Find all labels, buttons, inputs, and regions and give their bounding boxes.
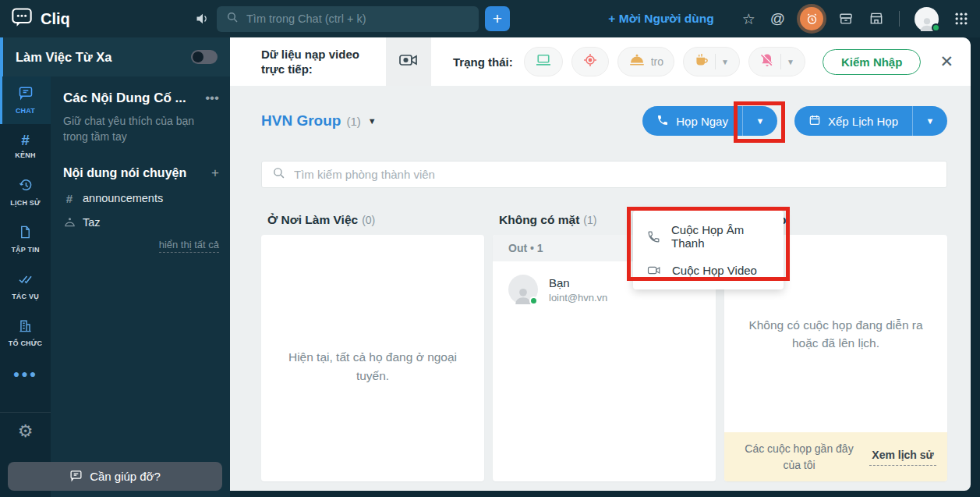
video-camera-icon: [398, 51, 419, 72]
channel-item-announcements[interactable]: # announcements: [63, 192, 219, 205]
search-icon: [272, 166, 285, 183]
meet-now-label: Họp Ngay: [676, 115, 728, 128]
member-search-input[interactable]: [294, 168, 936, 181]
pill-divider: [715, 54, 716, 69]
sidebar-item-chat[interactable]: CHAT: [0, 76, 51, 124]
sidebar-panel: Các Nội Dung Cố ... ••• Giữ chat yêu thí…: [51, 76, 230, 251]
user-avatar[interactable]: [915, 7, 939, 31]
food-cloche-icon: [628, 53, 646, 70]
settings-gear-icon[interactable]: ⚙: [0, 421, 51, 442]
apps-grid-icon[interactable]: [953, 11, 969, 27]
status-pill-available[interactable]: [524, 47, 563, 76]
member-search[interactable]: [261, 161, 947, 188]
meet-now-button[interactable]: Họp Ngay ▼: [642, 106, 777, 136]
rail-divider: [0, 412, 51, 413]
bot-item-taz[interactable]: Taz: [63, 216, 219, 229]
sidebar-more-icon[interactable]: ●●●: [0, 357, 51, 391]
recent-meetings-label: Các cuộc họp gần đây của tôi: [735, 441, 863, 473]
sidebar-item-tasks[interactable]: TÁC VỤ: [0, 263, 51, 310]
archive-icon[interactable]: [838, 11, 854, 27]
schedule-dropdown-arrow[interactable]: ▼: [913, 106, 947, 136]
marketplace-icon[interactable]: [869, 11, 884, 27]
schedule-meeting-label: Xếp Lịch Họp: [828, 115, 898, 128]
meet-now-dropdown-menu: Cuộc Họp Âm Thanh Cuộc Họp Video: [633, 211, 784, 289]
search-icon: [226, 11, 239, 27]
menu-item-label: Cuộc Họp Video: [672, 264, 757, 277]
sidebar-item-channels[interactable]: # KÊNH: [0, 124, 51, 169]
speaker-icon[interactable]: [195, 11, 211, 27]
sidebar: CHAT # KÊNH LỊCH SỬ TẬP TIN: [0, 76, 230, 497]
bell-slash-icon: [759, 52, 775, 71]
pinned-description: Giữ chat yêu thích của bạn trong tầm tay: [63, 113, 219, 145]
bot-icon: [63, 216, 76, 229]
view-history-link[interactable]: Xem lịch sử: [869, 448, 936, 467]
sidebar-item-label: TẬP TIN: [0, 246, 51, 254]
sidebar-item-label: KÊNH: [0, 151, 51, 159]
meetings-footer: Các cuộc họp gần đây của tôi Xem lịch sử: [724, 432, 947, 481]
status-pill-dnd[interactable]: ▼: [748, 47, 805, 76]
status-pill-break[interactable]: ▼: [683, 47, 740, 76]
channel-hash-icon: #: [21, 132, 30, 148]
online-status-dot: [529, 296, 538, 305]
group-selector[interactable]: HVN Group (1) ▼: [261, 112, 377, 130]
status-pill-lunch[interactable]: tro: [617, 47, 674, 76]
close-icon[interactable]: ✕: [939, 52, 953, 71]
cliq-logo-icon: [11, 6, 33, 31]
user-email: loint@hvn.vn: [549, 292, 607, 304]
remote-work-label: Làm Việc Từ Xa: [16, 50, 191, 65]
remote-work-row: Làm Việc Từ Xa: [0, 37, 230, 76]
main-panel: Dữ liệu nạp video trực tiếp: Trạng thái:: [230, 37, 971, 491]
global-search-input[interactable]: [246, 12, 469, 25]
pill-divider: [780, 54, 781, 69]
chevron-down-icon[interactable]: ▼: [721, 58, 729, 66]
video-camera-icon: [647, 264, 661, 276]
panel-header: Dữ liệu nạp video trực tiếp: Trạng thái:: [230, 37, 971, 86]
check-in-button[interactable]: Kiểm Nhập: [823, 49, 921, 75]
star-icon[interactable]: ☆: [742, 10, 755, 28]
reminder-alarm-icon[interactable]: [800, 7, 823, 30]
history-icon: [18, 182, 34, 195]
building-icon: [18, 322, 33, 335]
phone-icon: [647, 230, 660, 243]
pinned-more-icon[interactable]: •••: [205, 91, 219, 106]
topbar-divider: [899, 11, 900, 27]
new-chat-button[interactable]: +: [485, 6, 510, 31]
at-work-card: Hiện tại, tất cả họ đang ở ngoại tuyến.: [261, 235, 484, 481]
hash-icon: #: [63, 192, 76, 205]
conversations-section-title: Nội dung nói chuyện: [63, 166, 211, 180]
menu-item-audio-meeting[interactable]: Cuộc Họp Âm Thanh: [633, 216, 784, 257]
status-pill-focus[interactable]: [571, 47, 609, 76]
mentions-icon[interactable]: @: [770, 10, 785, 27]
coffee-cup-icon: [694, 52, 709, 71]
add-conversation-icon[interactable]: +: [211, 165, 219, 181]
double-check-icon: [17, 275, 34, 289]
top-bar: Cliq + + Mời Người dùng ☆ @: [0, 0, 980, 37]
help-button[interactable]: Cần giúp đỡ?: [8, 462, 222, 491]
sidebar-item-history[interactable]: LỊCH SỬ: [0, 169, 51, 216]
help-chat-icon: [69, 469, 83, 485]
user-avatar: [508, 275, 538, 304]
file-icon: [18, 229, 33, 242]
help-button-label: Cần giúp đỡ?: [90, 470, 161, 483]
sidebar-item-organization[interactable]: TỔ CHỨC: [0, 310, 51, 357]
online-status-dot: [932, 23, 940, 32]
menu-item-video-meeting[interactable]: Cuộc Họp Video: [633, 257, 784, 284]
remote-work-toggle[interactable]: [191, 50, 218, 64]
app-logo: Cliq: [0, 6, 195, 31]
sidebar-item-label: TÁC VỤ: [0, 293, 51, 300]
global-search[interactable]: [217, 6, 479, 32]
sidebar-item-label: TỔ CHỨC: [0, 339, 51, 347]
status-label: Trạng thái:: [453, 55, 513, 69]
at-work-empty-text: Hiện tại, tất cả họ đang ở ngoại tuyến.: [288, 348, 457, 385]
invite-users-link[interactable]: + Mời Người dùng: [608, 12, 713, 26]
show-all-link[interactable]: hiển thị tất cả: [159, 239, 219, 253]
column-count: (0): [362, 214, 375, 226]
meet-now-dropdown-arrow[interactable]: ▼: [743, 106, 777, 136]
chat-icon: [18, 90, 34, 103]
chevron-down-icon[interactable]: ▼: [787, 58, 794, 66]
phone-icon: [656, 114, 669, 129]
schedule-meeting-button[interactable]: Xếp Lịch Họp ▼: [794, 106, 947, 136]
video-feed-tab[interactable]: [386, 37, 431, 86]
sidebar-item-files[interactable]: TẬP TIN: [0, 216, 51, 263]
user-name: Bạn: [549, 276, 607, 289]
